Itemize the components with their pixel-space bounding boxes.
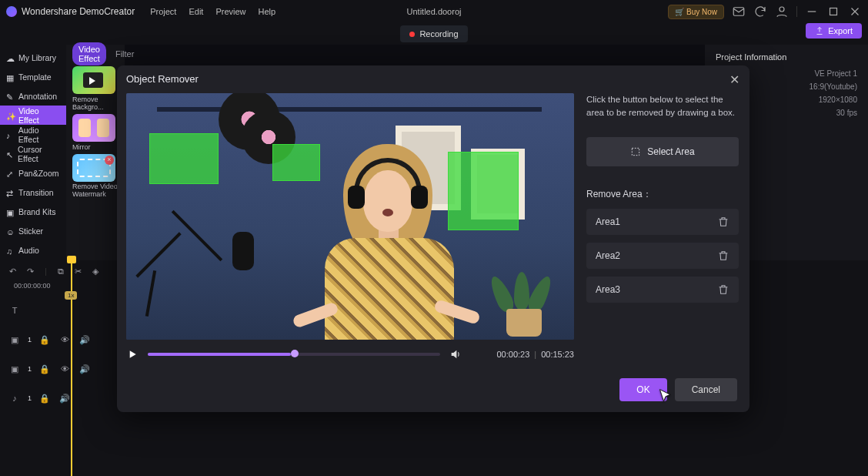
sidebar-item-audioeffect[interactable]: ♪Audio Effect: [0, 125, 66, 144]
app-name: Wondershare DemoCreator: [22, 6, 135, 17]
window-close-button[interactable]: [848, 5, 862, 18]
tab-filter[interactable]: Filter: [115, 49, 134, 59]
preview-time-current: 00:00:23: [496, 350, 529, 359]
transition-icon: ⇄: [6, 189, 14, 196]
document-title: Untitled.dooroj: [407, 7, 462, 16]
sidebar-item-transition[interactable]: ⇄Transition: [0, 183, 66, 202]
remove-area-item[interactable]: Area2: [586, 243, 739, 269]
track-type-video-icon[interactable]: ▣: [8, 362, 22, 376]
window-maximize-button[interactable]: [826, 5, 840, 18]
remove-area-item[interactable]: Area1: [586, 209, 739, 235]
sticker-icon: ☺: [6, 227, 14, 235]
main-menu: Project Edit Preview Help: [150, 7, 275, 16]
redo-button[interactable]: ↷: [27, 266, 34, 277]
library-icon: ☁: [6, 54, 14, 62]
sidebar-item-cursoreffect[interactable]: ↖Cursor Effect: [0, 144, 66, 163]
brandkits-icon: ▣: [6, 208, 14, 216]
selection-area-3[interactable]: [448, 152, 519, 230]
preview-controls: 00:00:23 | 00:15:23: [126, 343, 574, 366]
audio-icon: ♫: [6, 246, 14, 254]
dialog-hint-text: Click the button below to select the are…: [586, 93, 739, 119]
window-minimize-button[interactable]: [805, 5, 819, 18]
undo-button[interactable]: ↶: [9, 266, 16, 277]
export-button[interactable]: Export: [806, 23, 862, 39]
track-mute-icon[interactable]: 🔊: [78, 333, 92, 347]
selection-area-2[interactable]: [272, 144, 320, 181]
svg-point-1: [780, 7, 784, 12]
account-icon[interactable]: [775, 5, 789, 18]
project-info-title: Project Information: [716, 52, 857, 62]
track-mute-icon[interactable]: 🔊: [78, 362, 92, 376]
dialog-video-preview[interactable]: [126, 93, 574, 340]
tab-video-effect[interactable]: Video Effect: [72, 42, 106, 65]
menu-project[interactable]: Project: [150, 7, 176, 16]
split-button[interactable]: ✂: [75, 266, 82, 277]
object-remover-dialog: Object Remover ✕: [117, 65, 749, 412]
ok-button[interactable]: OK: [619, 378, 666, 401]
sidebar-item-brandkits[interactable]: ▣Brand Kits: [0, 202, 66, 221]
sidebar-item-sticker[interactable]: ☺Sticker: [0, 221, 66, 240]
svg-rect-0: [733, 8, 744, 16]
app-brand: Wondershare DemoCreator: [6, 6, 135, 17]
selection-area-1[interactable]: [149, 133, 219, 184]
audio-effect-icon: ♪: [6, 131, 14, 139]
app-logo-icon: [6, 6, 17, 17]
sidebar-item-audio[interactable]: ♫Audio: [0, 240, 66, 260]
play-button[interactable]: [126, 348, 139, 360]
volume-icon[interactable]: [449, 348, 462, 360]
sidebar-item-videoeffect[interactable]: ✨Video Effect: [0, 106, 66, 125]
mail-icon[interactable]: [732, 5, 746, 18]
track-lock-icon[interactable]: 🔒: [38, 333, 52, 347]
sidebar-item-annotation[interactable]: ✎Annotation: [0, 86, 66, 106]
track-type-audio-icon[interactable]: ♪: [8, 391, 22, 405]
effects-column: Video Effect Filter Remove Backgro... Mi…: [66, 45, 125, 260]
sidebar-item-template[interactable]: ▦Template: [0, 67, 66, 86]
dialog-right-panel: Click the button below to select the are…: [586, 93, 739, 366]
crop-button[interactable]: ⧉: [58, 266, 64, 277]
delete-area-icon[interactable]: [717, 216, 729, 228]
select-area-button[interactable]: Select Area: [586, 137, 739, 166]
track-type-text-icon[interactable]: T: [8, 303, 22, 317]
marker-button[interactable]: ◈: [92, 266, 98, 277]
track-lock-icon[interactable]: 🔒: [38, 362, 52, 376]
dialog-close-button[interactable]: ✕: [726, 72, 742, 87]
preview-time-total: 00:15:23: [541, 350, 574, 359]
track-visible-icon[interactable]: 👁: [58, 333, 72, 347]
svg-rect-3: [633, 149, 639, 156]
track-type-video-icon[interactable]: ▣: [8, 333, 22, 347]
cursor-effect-icon: ↖: [6, 150, 13, 158]
preview-progress[interactable]: [148, 353, 440, 356]
effect-remove-background[interactable]: Remove Backgro...: [72, 66, 120, 111]
sidebar-item-mylibrary[interactable]: ☁My Library: [0, 48, 66, 67]
svg-rect-2: [830, 8, 837, 15]
left-sidebar: ☁My Library ▦Template ✎Annotation ✨Video…: [0, 45, 66, 260]
subtoolbar: Recording: [0, 23, 868, 45]
sync-icon[interactable]: [753, 5, 767, 18]
track-lock-icon[interactable]: 🔒: [38, 391, 52, 405]
delete-area-icon[interactable]: [717, 250, 729, 262]
track-mute-icon[interactable]: 🔊: [58, 391, 72, 405]
remove-area-label: Remove Area：: [586, 188, 739, 201]
annotation-icon: ✎: [6, 92, 14, 100]
track-visible-icon[interactable]: 👁: [58, 362, 72, 376]
titlebar: Wondershare DemoCreator Project Edit Pre…: [0, 0, 868, 23]
delete-area-icon[interactable]: [717, 283, 729, 296]
remove-area-item[interactable]: Area3: [586, 277, 739, 303]
dialog-title: Object Remover: [126, 73, 199, 85]
template-icon: ▦: [6, 73, 14, 81]
cancel-button[interactable]: Cancel: [675, 378, 737, 401]
effect-mirror[interactable]: Mirror: [72, 114, 120, 151]
panzoom-icon: ⤢: [6, 169, 14, 177]
timeline-timecode: 00:00:00:00: [14, 282, 51, 290]
timeline-speed-badge: 1x: [65, 291, 77, 300]
menu-edit[interactable]: Edit: [189, 7, 203, 16]
buy-now-button[interactable]: 🛒 Buy Now: [668, 5, 724, 19]
menu-help[interactable]: Help: [259, 7, 276, 16]
menu-preview[interactable]: Preview: [215, 7, 245, 16]
sidebar-item-panzoom[interactable]: ⤢Pan&Zoom: [0, 163, 66, 183]
video-effect-icon: ✨: [6, 112, 14, 119]
effect-remove-watermark[interactable]: × Remove Video Watermark: [72, 154, 120, 199]
recording-button[interactable]: Recording: [400, 25, 467, 42]
